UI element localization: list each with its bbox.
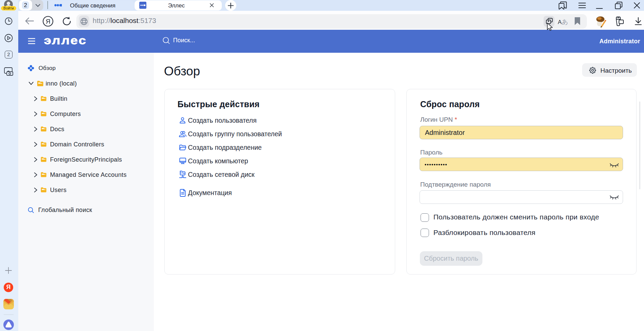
svg-text:Я: Я — [46, 18, 50, 25]
